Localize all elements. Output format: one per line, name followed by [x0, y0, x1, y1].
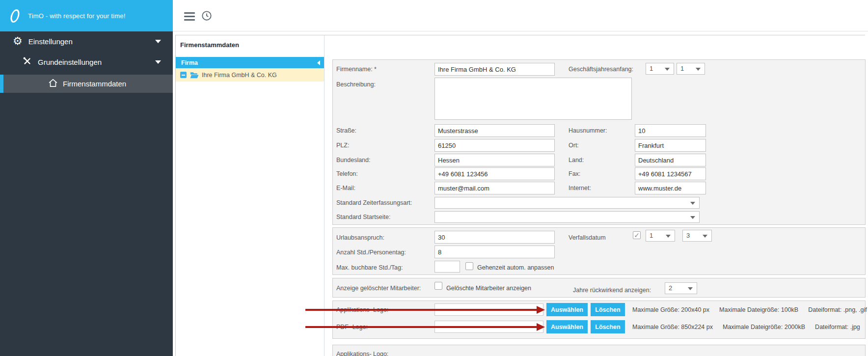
startseite-label: Standard Startseite: [336, 213, 390, 221]
topbar [173, 0, 868, 31]
geschaeftsjahr-day-select[interactable]: 1 [677, 63, 705, 75]
sidebar-item-grundeinstellungen[interactable]: Grundeinstellungen [0, 51, 173, 73]
ort-label: Ort: [569, 141, 579, 150]
annotation-arrow-app-logo [305, 309, 537, 311]
timo-logo-icon [9, 9, 21, 23]
content-panel-border [175, 35, 865, 35]
firmenname-input[interactable] [434, 63, 555, 76]
geschaeftsjahr-month-select[interactable]: 1 [646, 63, 674, 75]
sidebar: ⚙ Einstellungen Grundeinstellungen [0, 31, 173, 356]
strasse-input[interactable] [434, 124, 555, 137]
telefon-label: Telefon: [336, 169, 358, 178]
fax-input[interactable] [635, 167, 706, 180]
zeiterfassungsart-label: Standard Zeiterfassungsart: [336, 198, 412, 207]
verfallsdatum-day-select[interactable]: 1 [646, 230, 675, 242]
email-label: E-Mail: [336, 184, 355, 192]
chevron-down-icon [690, 202, 695, 205]
app-logo-preview-label: Applikations- Logo: [336, 350, 388, 356]
email-input[interactable] [434, 182, 555, 194]
geschaeftsjahresanfang-label: Geschäftsjahresanfang: [569, 65, 633, 74]
gear-icon: ⚙ [13, 36, 23, 47]
pdf-logo-constraints: Maximale Größe: 850x224 px Maximale Date… [632, 320, 860, 333]
collapse-minus-icon[interactable] [180, 72, 187, 78]
tree-item-company[interactable]: Ihre Firma GmbH & Co. KG [176, 68, 324, 82]
selected-indicator [0, 75, 3, 93]
urlaubsanspruch-input[interactable] [434, 231, 555, 244]
tools-icon [23, 56, 32, 67]
tree-header[interactable]: Firma [176, 57, 324, 68]
chevron-left-icon[interactable] [317, 60, 320, 65]
max-size-text: Maximale Größe: 200x40 px [632, 306, 709, 313]
max-size-text: Maximale Größe: 850x224 px [632, 324, 713, 330]
hausnummer-label: Hausnummer: [569, 126, 607, 135]
gehenzeit-checkbox[interactable] [465, 262, 473, 270]
home-icon [48, 78, 58, 89]
app-logo-select-button[interactable]: Auswählen [546, 303, 588, 316]
jahre-rueckwirkend-label: Jahre rückwirkend anzeigen: [573, 286, 651, 295]
sidebar-item-label: Firmenstammdaten [63, 80, 126, 88]
chevron-down-icon [690, 216, 695, 219]
tree-header-label: Firma [181, 59, 198, 66]
app-logo-constraints: Maximale Größe: 200x40 px Maximale Datei… [632, 303, 867, 316]
annotation-arrowhead-icon [537, 306, 545, 314]
app-logo-delete-button[interactable]: Löschen [591, 303, 625, 316]
bundesland-input[interactable] [434, 154, 555, 166]
gehenzeit-label: Gehenzeit autom. anpassen [477, 263, 554, 272]
pdf-logo-delete-button[interactable]: Löschen [591, 320, 625, 333]
firmenname-label: Firmenname: * [336, 65, 377, 74]
annotation-arrow-pdf-logo [305, 326, 537, 328]
anzahl-std-input[interactable] [434, 246, 555, 258]
telefon-input[interactable] [434, 167, 555, 180]
pdf-logo-select-button[interactable]: Auswählen [546, 320, 588, 333]
chevron-down-icon [155, 60, 161, 64]
sidebar-item-firmenstammdaten[interactable]: Firmenstammdaten [0, 75, 173, 93]
anzahl-std-label: Anzahl Std./Personentag: [336, 248, 406, 257]
tree-panel-border [324, 35, 325, 356]
content-panel-border [175, 35, 176, 356]
beschreibung-textarea[interactable] [434, 78, 632, 120]
plz-label: PLZ: [336, 141, 349, 150]
sidebar-item-label: Grundeinstellungen [38, 58, 102, 66]
plz-input[interactable] [434, 139, 555, 152]
ort-input[interactable] [635, 139, 706, 152]
verfallsdatum-month-select[interactable]: 3 [682, 230, 712, 242]
geloeschte-checkbox-label: Gelöschte Mitarbeiter anzeigen [446, 284, 531, 293]
hausnummer-input[interactable] [635, 124, 706, 137]
chevron-down-icon [703, 235, 707, 238]
sidebar-item-label: Einstellungen [28, 37, 73, 46]
clock-icon[interactable] [201, 10, 212, 23]
geloeschte-checkbox[interactable] [434, 282, 442, 290]
max-std-input[interactable] [434, 261, 460, 273]
urlaubsanspruch-label: Urlaubsanspruch: [336, 233, 384, 242]
zeiterfassungsart-select[interactable] [434, 197, 700, 209]
land-label: Land: [569, 156, 584, 164]
page-title: Firmenstammdaten [180, 41, 239, 49]
fax-label: Fax: [569, 169, 580, 178]
bundesland-label: Bundesland: [336, 156, 371, 164]
chevron-down-icon [155, 40, 161, 43]
app-window: TimO - with respect for your time! ⚙ Ein… [0, 0, 868, 356]
verfallsdatum-label: Verfallsdatum [569, 233, 606, 242]
internet-input[interactable] [635, 182, 706, 194]
max-filesize-text: Maximale Dateigröße: 100kB [719, 306, 798, 313]
land-input[interactable] [635, 154, 706, 166]
section-next [332, 345, 866, 356]
sidebar-item-einstellungen[interactable]: ⚙ Einstellungen [0, 31, 173, 51]
beschreibung-label: Beschreibung: [336, 80, 376, 89]
max-filesize-text: Maximale Dateigröße: 2000kB [723, 324, 805, 330]
brand-header: TimO - with respect for your time! [0, 0, 173, 31]
chevron-down-icon [688, 287, 693, 290]
hamburger-icon[interactable] [184, 12, 195, 23]
jahre-rueckwirkend-select[interactable]: 2 [665, 282, 697, 294]
tree-item-label: Ihre Firma GmbH & Co. KG [202, 72, 277, 79]
fileformat-text: Dateiformat: .jpg [815, 324, 860, 330]
annotation-arrowhead-icon [537, 323, 545, 331]
geloeschte-label: Anzeige gelöschter Mitarbeiter: [336, 284, 421, 293]
fileformat-text: Dateiformat: .png, .gif [808, 306, 867, 313]
chevron-down-icon [665, 68, 670, 71]
internet-label: Internet: [569, 184, 591, 192]
startseite-select[interactable] [434, 211, 700, 223]
max-std-label: Max. buchbare Std./Tag: [336, 263, 403, 272]
verfallsdatum-checkbox[interactable]: ✓ [633, 231, 641, 239]
folder-open-icon [190, 72, 199, 79]
